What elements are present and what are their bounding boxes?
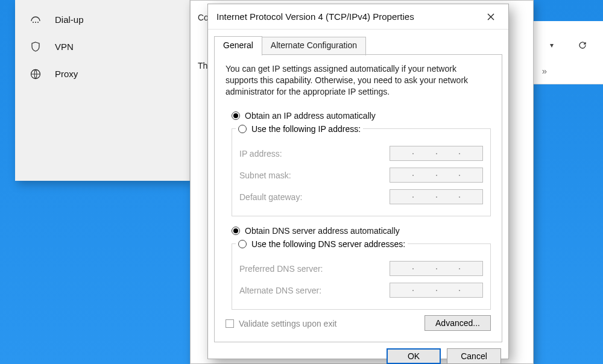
checkbox-label: Validate settings upon exit	[239, 319, 336, 328]
sidebar-item-label: VPN	[55, 42, 74, 52]
tab-bar: General Alternate Configuration	[208, 30, 508, 54]
ok-button[interactable]: OK	[387, 348, 441, 364]
radio-label: Use the following DNS server addresses:	[251, 239, 405, 249]
sidebar-item-label: Dial-up	[55, 14, 84, 25]
close-button[interactable]	[482, 8, 500, 26]
text-fragment: Th	[198, 61, 207, 71]
radio-icon	[238, 240, 247, 248]
vpn-icon	[28, 41, 43, 53]
input-alternate-dns[interactable]	[390, 283, 483, 298]
advanced-button[interactable]: Advanced...	[425, 315, 491, 331]
radio-label: Obtain an IP address automatically	[245, 111, 376, 121]
ipv4-properties-dialog: Internet Protocol Version 4 (TCP/IPv4) P…	[207, 4, 509, 359]
group-use-ip-address: Use the following IP address: IP address…	[232, 124, 491, 216]
refresh-icon[interactable]	[578, 40, 587, 50]
close-icon	[487, 13, 495, 21]
settings-sidebar: Dial-up VPN Proxy	[15, 0, 190, 181]
checkbox-validate-on-exit[interactable]: Validate settings upon exit	[226, 319, 336, 328]
proxy-icon	[28, 68, 43, 80]
label-preferred-dns: Preferred DNS server:	[239, 264, 323, 274]
radio-obtain-ip-auto[interactable]: Obtain an IP address automatically	[232, 111, 491, 121]
sidebar-item-proxy[interactable]: Proxy	[15, 60, 189, 87]
radio-obtain-dns-auto[interactable]: Obtain DNS server address automatically	[232, 226, 491, 236]
radio-use-following-dns[interactable]: Use the following DNS server addresses:	[236, 239, 408, 249]
dialog-title: Internet Protocol Version 4 (TCP/IPv4) P…	[216, 11, 414, 22]
tab-alternate-configuration[interactable]: Alternate Configuration	[262, 37, 366, 55]
label-ip-address: IP address:	[239, 149, 282, 158]
label-default-gateway: Default gateway:	[239, 192, 302, 202]
input-ip-address[interactable]	[390, 146, 483, 161]
chevron-down-icon[interactable]: ▾	[550, 41, 554, 49]
tab-panel-general: You can get IP settings assigned automat…	[214, 54, 502, 342]
label-subnet-mask: Subnet mask:	[239, 171, 291, 180]
dialog-titlebar: Internet Protocol Version 4 (TCP/IPv4) P…	[208, 4, 508, 30]
radio-label: Use the following IP address:	[251, 124, 361, 134]
tab-general[interactable]: General	[214, 36, 262, 55]
svg-point-0	[33, 22, 34, 23]
chevron-right-icon: »	[542, 66, 547, 76]
svg-point-2	[37, 22, 39, 23]
sidebar-item-dialup[interactable]: Dial-up	[15, 6, 189, 33]
radio-icon	[232, 227, 240, 235]
group-use-dns-addresses: Use the following DNS server addresses: …	[232, 239, 491, 310]
radio-icon	[232, 111, 240, 120]
dialup-icon	[28, 14, 43, 26]
svg-point-1	[35, 22, 36, 23]
radio-label: Obtain DNS server address automatically	[245, 226, 400, 236]
checkbox-icon	[226, 319, 234, 328]
sidebar-item-label: Proxy	[55, 69, 78, 79]
radio-icon	[238, 125, 247, 133]
input-preferred-dns[interactable]	[390, 261, 483, 276]
cancel-button[interactable]: Cancel	[447, 348, 501, 364]
sidebar-item-vpn[interactable]: VPN	[15, 33, 189, 60]
input-default-gateway[interactable]	[390, 189, 483, 204]
radio-use-following-ip[interactable]: Use the following IP address:	[236, 124, 363, 134]
description-text: You can get IP settings assigned automat…	[226, 63, 491, 98]
dialog-button-row: OK Cancel	[208, 348, 508, 364]
input-subnet-mask[interactable]	[390, 168, 483, 183]
label-alternate-dns: Alternate DNS server:	[239, 286, 321, 295]
